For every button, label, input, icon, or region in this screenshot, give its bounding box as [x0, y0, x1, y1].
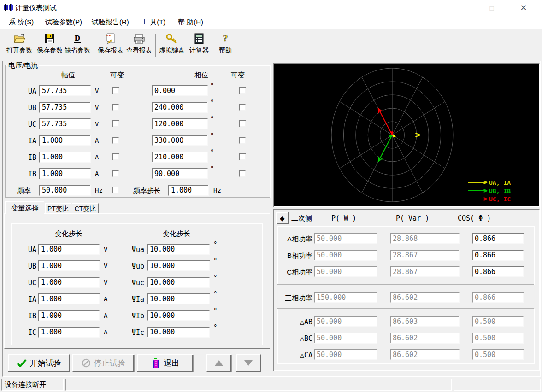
psi-ub-step-input[interactable] — [147, 260, 210, 271]
ia-phase-input[interactable] — [152, 135, 208, 146]
tab-pt-ratio[interactable]: PT变比 — [45, 203, 71, 214]
ia-step-label: IA — [13, 295, 36, 304]
cos-phi-header: COS( Φ ) — [458, 214, 491, 222]
maximize-button[interactable]: □ — [481, 0, 502, 15]
device-status-section: 设备连接断开 — [1, 379, 64, 391]
title-bar: 计量仪表测试 — □ ✕ — [0, 0, 542, 15]
delta-bc-p-value — [314, 333, 377, 344]
phasor-diagram: UA, IAUB, IBUC, IC — [273, 63, 540, 207]
psi-ua-step-input[interactable] — [147, 244, 210, 255]
psi-ib-step-input[interactable] — [147, 310, 210, 321]
step-col1-header: 变化步长 — [55, 229, 82, 238]
ic-step-input[interactable] — [38, 327, 100, 338]
delta-ab-p-value — [314, 316, 377, 327]
open-folder-icon — [13, 32, 25, 46]
ub-amplitude-variable-checkbox[interactable] — [112, 104, 119, 111]
psi-ic-step-input[interactable] — [147, 327, 210, 338]
p-var-header: P( Var ) — [396, 214, 429, 222]
tab-ct-ratio[interactable]: CT变比 — [72, 203, 99, 214]
button-row-separator — [4, 351, 270, 351]
menu-bar: 系 统(S) 试验参数(P) 试验报告(R) 工 具(T) 帮 助(H) — [0, 15, 542, 29]
psi-ia-degree: ° — [213, 290, 217, 298]
phase-header: 相位 — [194, 71, 208, 80]
psi-uc-step-input[interactable] — [147, 277, 210, 288]
phase-a-p-value — [314, 233, 377, 244]
menu-tools[interactable]: 工 具(T) — [141, 18, 165, 27]
psi-ib-label: ΨIb — [121, 312, 144, 320]
minimize-button[interactable]: — — [450, 0, 471, 15]
delta-ab-q-value — [390, 316, 460, 327]
ic-phase-variable-checkbox[interactable] — [239, 170, 246, 177]
menu-test-params[interactable]: 试验参数(P) — [45, 18, 82, 27]
uc-amplitude-variable-checkbox[interactable] — [112, 120, 119, 127]
ib-amplitude-variable-checkbox[interactable] — [112, 153, 119, 160]
side-toggle-button[interactable]: ◆ — [276, 212, 289, 224]
frequency-input[interactable] — [39, 185, 91, 196]
save-report-button[interactable]: EXL 保存报表 — [95, 32, 126, 59]
psi-ia-step-input[interactable] — [147, 293, 210, 304]
ib-phase-variable-checkbox[interactable] — [239, 153, 246, 160]
ub-step-input[interactable] — [38, 260, 100, 271]
save-params-button[interactable]: 保存参数 — [35, 32, 65, 59]
phase-c-power-label: C相功率 — [280, 268, 312, 277]
psi-ub-label: Ψub — [121, 262, 144, 270]
frequency-step-unit: Hz — [213, 187, 221, 194]
ia-step-input[interactable] — [38, 293, 100, 304]
close-button[interactable]: ✕ — [513, 0, 534, 15]
scroll-up-button[interactable] — [206, 354, 231, 372]
ic-amplitude-input[interactable] — [39, 168, 91, 179]
ub-step-label: UB — [13, 262, 36, 270]
virtual-keyboard-button[interactable]: 虚拟键盘 — [157, 32, 187, 59]
ua-phase-input[interactable] — [152, 85, 208, 96]
ia-phase-variable-checkbox[interactable] — [239, 137, 246, 144]
ub-phase-input[interactable] — [152, 102, 208, 113]
calculator-icon — [194, 32, 204, 46]
uc-phase-variable-checkbox[interactable] — [239, 120, 246, 127]
phase-c-cos-value — [472, 266, 524, 277]
app-icon — [4, 4, 13, 12]
ua-phase-variable-checkbox[interactable] — [239, 87, 246, 94]
uc-step-input[interactable] — [38, 277, 100, 288]
frequency-label: 频率 — [17, 187, 31, 195]
ic-phase-input[interactable] — [152, 168, 208, 179]
ua-amplitude-input[interactable] — [39, 85, 91, 96]
ic-step-unit: A — [104, 328, 107, 336]
delta-ab-label: △AB — [277, 318, 312, 326]
ib-phase-input[interactable] — [152, 152, 208, 163]
view-report-button[interactable]: 查看报表 — [124, 32, 154, 59]
tab-variable-select[interactable]: 变量选择 — [5, 201, 44, 214]
menu-test-report[interactable]: 试验报告(R) — [92, 18, 129, 27]
three-phase-p-value — [314, 292, 377, 303]
uc-phase-input[interactable] — [152, 118, 208, 129]
ib-amplitude-input[interactable] — [39, 152, 91, 163]
ub-amplitude-input[interactable] — [39, 102, 91, 113]
ia-amplitude-variable-checkbox[interactable] — [112, 137, 119, 144]
app-window: 计量仪表测试 — □ ✕ 系 统(S) 试验参数(P) 试验报告(R) 工 具(… — [0, 0, 542, 392]
up-arrow-icon — [215, 360, 223, 366]
default-params-button[interactable]: D 缺省参数 — [62, 32, 93, 59]
ua-unit: V — [95, 87, 99, 94]
frequency-step-input[interactable] — [168, 185, 209, 196]
menu-help[interactable]: 帮 助(H) — [178, 18, 203, 27]
psi-ia-label: ΨIa — [121, 295, 144, 304]
down-arrow-icon — [244, 360, 253, 366]
calculator-button[interactable]: 计算器 — [186, 32, 212, 59]
ua-amplitude-variable-checkbox[interactable] — [112, 87, 119, 94]
open-params-button[interactable]: 打开参数 — [4, 32, 35, 59]
exit-button[interactable]: 退出 — [137, 354, 193, 372]
ub-step-unit: V — [104, 262, 107, 269]
scroll-down-button[interactable] — [236, 354, 261, 372]
uc-amplitude-input[interactable] — [39, 118, 91, 129]
start-test-button[interactable]: 开始试验 — [8, 354, 70, 372]
frequency-variable-checkbox[interactable] — [112, 187, 119, 193]
ib-step-input[interactable] — [38, 310, 100, 321]
ia-amplitude-input[interactable] — [39, 135, 91, 146]
psi-uc-degree: ° — [213, 274, 217, 281]
ub-phase-variable-checkbox[interactable] — [239, 104, 246, 111]
help-button[interactable]: ? 帮助 — [213, 32, 237, 59]
frequency-unit: Hz — [95, 187, 103, 194]
ua-step-input[interactable] — [38, 244, 100, 255]
ic-step-label: IC — [13, 328, 36, 337]
menu-system[interactable]: 系 统(S) — [9, 18, 34, 27]
ic-amplitude-variable-checkbox[interactable] — [112, 170, 119, 177]
